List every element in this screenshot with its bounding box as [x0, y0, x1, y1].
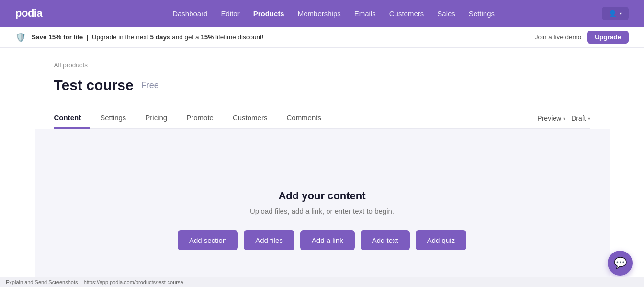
user-avatar-icon: 👤: [609, 10, 617, 17]
status-url: https://app.podia.com/products/test-cour…: [84, 279, 183, 285]
upgrade-button[interactable]: Upgrade: [587, 31, 629, 44]
chat-widget[interactable]: 💬: [608, 251, 633, 276]
page-title: Test course: [54, 77, 134, 93]
promo-links: Join a live demo Upgrade: [535, 31, 629, 44]
tab-customers[interactable]: Customers: [223, 109, 277, 129]
promo-text: Save 15% for life | Upgrade in the next …: [32, 34, 529, 41]
nav-links: Dashboard Editor Products Memberships Em…: [65, 10, 602, 18]
content-empty-subtitle: Upload files, add a link, or enter text …: [250, 207, 394, 215]
add-link-button[interactable]: Add a link: [300, 230, 355, 250]
draft-button[interactable]: Draft ▾: [571, 113, 590, 124]
chat-icon: 💬: [614, 257, 627, 269]
add-text-button[interactable]: Add text: [361, 230, 410, 250]
tabs-left: Content Settings Pricing Promote Custome…: [54, 109, 538, 128]
tabs-right: Preview ▾ Draft ▾: [537, 113, 590, 124]
tab-content[interactable]: Content: [54, 109, 91, 129]
extension-label: Explain and Send Screenshots: [6, 279, 78, 285]
nav-settings[interactable]: Settings: [469, 10, 495, 18]
add-section-button[interactable]: Add section: [178, 230, 238, 250]
tab-comments[interactable]: Comments: [277, 109, 331, 129]
draft-label: Draft: [571, 115, 586, 122]
join-live-demo-link[interactable]: Join a live demo: [535, 34, 582, 41]
nav-products[interactable]: Products: [253, 10, 284, 18]
brand-logo[interactable]: podia: [15, 7, 42, 20]
nav-emails[interactable]: Emails: [354, 10, 376, 18]
preview-caret: ▾: [563, 116, 565, 121]
preview-button[interactable]: Preview ▾: [537, 113, 565, 124]
nav-memberships[interactable]: Memberships: [298, 10, 341, 18]
status-bar: Explain and Send Screenshots https://app…: [0, 277, 644, 287]
page-inner: All products Test course Free Content Se…: [35, 48, 610, 287]
nav-sales[interactable]: Sales: [437, 10, 455, 18]
promo-icon: 🛡️: [15, 32, 26, 43]
content-empty-title: Add your content: [278, 190, 365, 202]
breadcrumb[interactable]: All products: [54, 61, 590, 69]
nav-dashboard[interactable]: Dashboard: [172, 10, 207, 18]
nav-customers[interactable]: Customers: [389, 10, 424, 18]
content-actions: Add section Add files Add a link Add tex…: [178, 230, 466, 250]
tab-settings[interactable]: Settings: [90, 109, 136, 129]
add-files-button[interactable]: Add files: [244, 230, 294, 250]
promo-bar: 🛡️ Save 15% for life | Upgrade in the ne…: [0, 27, 644, 48]
page-wrapper: All products Test course Free Content Se…: [0, 48, 644, 287]
tab-promote[interactable]: Promote: [177, 109, 223, 129]
user-menu-button[interactable]: 👤 ▾: [602, 7, 629, 20]
content-area: Add your content Upload files, add a lin…: [35, 129, 610, 287]
nav-editor[interactable]: Editor: [221, 10, 240, 18]
page-title-row: Test course Free: [54, 77, 590, 93]
navbar: podia Dashboard Editor Products Membersh…: [0, 0, 644, 27]
preview-label: Preview: [537, 115, 561, 122]
free-badge: Free: [141, 80, 159, 91]
add-quiz-button[interactable]: Add quiz: [416, 230, 466, 250]
user-menu-caret: ▾: [620, 11, 622, 16]
tabs-row: Content Settings Pricing Promote Custome…: [54, 109, 590, 129]
tab-pricing[interactable]: Pricing: [136, 109, 177, 129]
draft-caret: ▾: [588, 116, 590, 121]
navbar-right: 👤 ▾: [602, 7, 629, 20]
